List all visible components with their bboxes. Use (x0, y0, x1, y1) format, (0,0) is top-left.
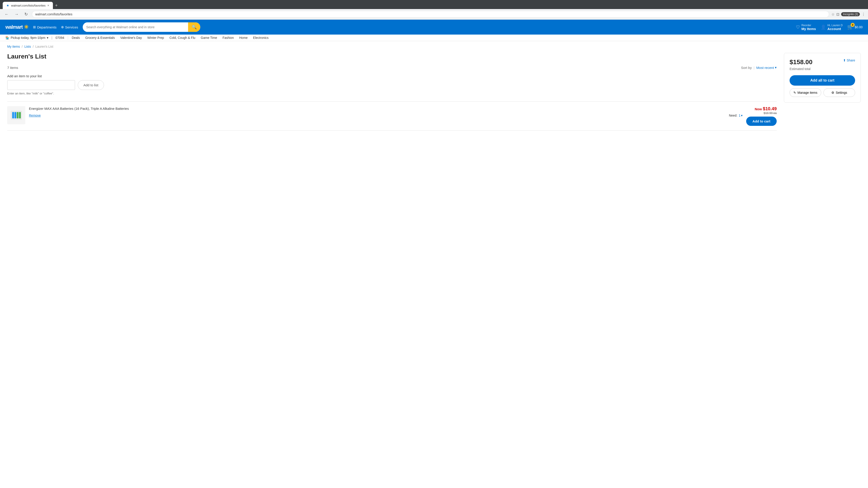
header-actions: ♡ Reorder My Items 👤 Hi, Lauren D Accoun… (796, 24, 863, 31)
nav-link-grocery[interactable]: Grocery & Essentials (85, 36, 115, 39)
page-left: Lauren's List 7 items Sort by | Most rec… (7, 53, 777, 131)
sort-bar: 7 items Sort by | Most recent ▾ (7, 66, 777, 70)
reload-button[interactable]: ↻ (23, 11, 30, 18)
search-bar: 🔍 (83, 22, 200, 32)
sort-separator: | (754, 66, 754, 70)
store-icon: 🏪 (5, 36, 9, 39)
add-item-row: Add to list (7, 80, 777, 90)
zip-code: 07094 (55, 36, 64, 39)
breadcrumb-lists[interactable]: Lists (24, 45, 31, 48)
heart-icon: ♡ (796, 24, 800, 30)
right-panel-inner: $158.00 Estimated total ⬆ Share Add all … (784, 53, 861, 103)
breadcrumb-current: Lauren's List (35, 45, 53, 48)
nav-link-fashion[interactable]: Fashion (222, 36, 234, 39)
browser-actions: ☆ ⊡ Incognito (3) ⋮ (831, 12, 865, 17)
settings-icon: ⚙ (831, 91, 834, 94)
services-nav[interactable]: ⊕ Services (61, 25, 78, 29)
nav-link-cold[interactable]: Cold, Cough & Flu (169, 36, 195, 39)
manage-items-label: Manage items (798, 91, 817, 94)
search-button[interactable]: 🔍 (188, 22, 200, 32)
services-label: Services (65, 25, 78, 29)
product-divider (7, 130, 777, 131)
departments-nav[interactable]: ⊞ Departments (33, 25, 57, 29)
product-actions: Remove Need: 1 ▾ (29, 113, 743, 117)
add-all-to-cart-button[interactable]: Add all to cart (789, 75, 855, 86)
breadcrumb-separator-1: / (22, 45, 23, 48)
price-now-label: Now (755, 107, 762, 111)
need-label: Need: (729, 113, 737, 117)
add-to-cart-button[interactable]: Add to cart (746, 117, 777, 126)
cart-nav[interactable]: 🛒 0 $0.00 (847, 24, 863, 30)
breadcrumb-my-items[interactable]: My items (7, 45, 20, 48)
manage-items-icon: ✎ (794, 91, 796, 94)
need-selector[interactable]: Need: 1 ▾ (729, 113, 743, 117)
share-button[interactable]: ⬆ Share (843, 59, 855, 62)
walmart-logo[interactable]: walmart ✳ (5, 24, 29, 30)
product-thumbnail (9, 108, 23, 122)
nav-link-gametime[interactable]: Game Time (201, 36, 217, 39)
back-button[interactable]: ← (3, 11, 10, 18)
account-nav[interactable]: 👤 Hi, Lauren D Account (820, 24, 843, 31)
browser-tabs: ★ walmart.com/lists/favorites × + (3, 2, 865, 9)
svg-rect-4 (19, 112, 21, 119)
tab-title: walmart.com/lists/favorites (11, 4, 45, 7)
address-bar[interactable]: walmart.com/lists/favorites (32, 11, 829, 18)
header-nav: ⊞ Departments ⊕ Services 🔍 (33, 22, 792, 32)
sort-value[interactable]: Most recent ▾ (756, 66, 777, 70)
need-value[interactable]: 1 ▾ (739, 113, 743, 117)
share-icon: ⬆ (843, 59, 846, 62)
add-item-input[interactable] (7, 80, 75, 90)
svg-rect-1 (12, 112, 14, 119)
nav-link-electronics[interactable]: Electronics (253, 36, 269, 39)
nav-link-valentines[interactable]: Valentine's Day (120, 36, 142, 39)
total-share-row: $158.00 Estimated total ⬆ Share (789, 59, 855, 75)
manage-items-button[interactable]: ✎ Manage items (789, 88, 821, 97)
need-chevron-icon: ▾ (741, 113, 743, 117)
more-options-icon[interactable]: ⋮ (862, 12, 865, 17)
add-item-label: Add an item to your list (7, 74, 777, 78)
bookmark-icon[interactable]: ☆ (831, 12, 835, 17)
new-tab-button[interactable]: + (53, 2, 60, 9)
items-count: 7 items (7, 66, 18, 70)
departments-grid-icon: ⊞ (33, 25, 36, 29)
settings-label: Settings (836, 91, 847, 94)
active-tab[interactable]: ★ walmart.com/lists/favorites × (3, 2, 53, 9)
search-input[interactable] (83, 22, 188, 32)
store-text: Pickup today, 9pm-10pm (11, 36, 45, 39)
spark-icon: ✳ (24, 24, 29, 30)
tab-favicon: ★ (6, 4, 9, 7)
secondary-nav: 🏪 Pickup today, 9pm-10pm ▾ | 07094 Deals… (0, 35, 868, 41)
sort-by-control[interactable]: Sort by | Most recent ▾ (741, 66, 777, 70)
my-items-nav[interactable]: ♡ Reorder My Items (796, 24, 816, 31)
page-container: My items / Lists / Lauren's List Lauren'… (0, 41, 868, 134)
reorder-label: Reorder (801, 24, 816, 27)
incognito-badge[interactable]: Incognito (3) (841, 12, 860, 16)
my-items-label: My Items (801, 27, 816, 31)
account-icon: 👤 (820, 24, 826, 30)
cart-icon: 🛒 0 (847, 24, 853, 30)
nav-link-deals[interactable]: Deals (72, 36, 80, 39)
price-current: $10.49 (763, 106, 777, 111)
account-label: Account (828, 27, 843, 31)
add-to-list-button[interactable]: Add to list (78, 80, 104, 90)
secondary-nav-links: Deals Grocery & Essentials Valentine's D… (72, 36, 269, 39)
store-selector[interactable]: 🏪 Pickup today, 9pm-10pm ▾ | 07094 (5, 36, 68, 39)
tab-close-button[interactable]: × (47, 4, 49, 7)
add-item-hint: Enter an item, like "milk" or "coffee". (7, 92, 777, 95)
remove-button[interactable]: Remove (29, 113, 41, 117)
product-price-section: Now $10.49 $18.99 ea Add to cart (746, 106, 777, 126)
panel-actions: ✎ Manage items ⚙ Settings (789, 88, 855, 97)
browser-chrome: ★ walmart.com/lists/favorites × + (0, 0, 868, 9)
logo-text: walmart (5, 24, 23, 30)
nav-link-home[interactable]: Home (239, 36, 248, 39)
product-details: Energizer MAX AAA Batteries (16 Pack), T… (29, 106, 743, 117)
nav-link-winter[interactable]: Winter Prep (147, 36, 164, 39)
sort-chevron-icon: ▾ (775, 66, 777, 70)
profile-icon[interactable]: ⊡ (836, 12, 839, 17)
product-price: Now $10.49 $18.99 ea (755, 106, 777, 115)
right-panel: $158.00 Estimated total ⬆ Share Add all … (784, 53, 861, 131)
forward-button[interactable]: → (13, 11, 20, 18)
settings-button[interactable]: ⚙ Settings (824, 88, 855, 97)
product-item: Energizer MAX AAA Batteries (16 Pack), T… (7, 101, 777, 130)
product-name: Energizer MAX AAA Batteries (16 Pack), T… (29, 106, 743, 111)
